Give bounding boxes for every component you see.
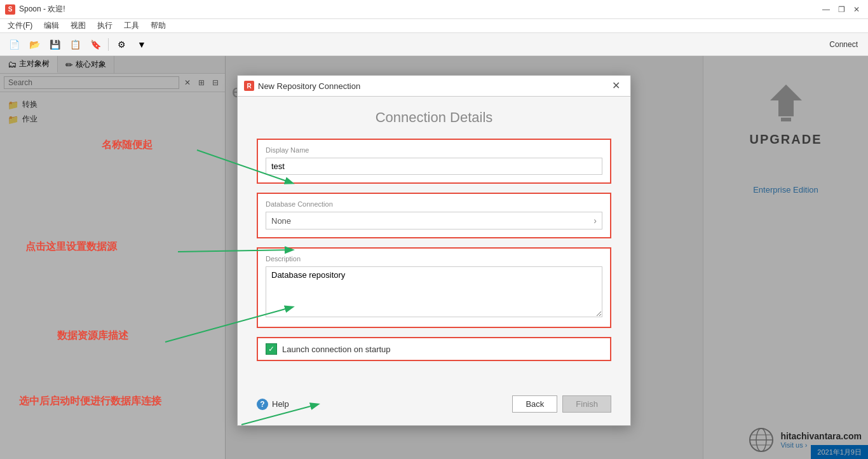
toolbar-new-file[interactable]: 📄 <box>5 36 23 53</box>
main-layout: 🗂 主对象树 ✏ 核心对象 ✕ ⊞ ⊟ 📁 转换 📁 作业 <box>0 56 868 459</box>
annotation-startup: 选中后启动时便进行数据库连接 <box>19 395 161 408</box>
display-name-input[interactable] <box>266 158 602 175</box>
launch-startup-checkbox-group[interactable]: ✓ Launch connection on startup <box>257 337 611 361</box>
modal-overlay: R New Repository Connection ✕ Connection… <box>0 56 868 459</box>
menu-bar: 文件(F) 编辑 视图 执行 工具 帮助 <box>0 19 868 33</box>
annotation-name: 名称随便起 <box>102 139 153 152</box>
restore-button[interactable]: ❐ <box>835 3 848 16</box>
annotation-desc: 数据资源库描述 <box>57 329 128 343</box>
modal-app-icon: R <box>244 81 254 91</box>
menu-edit[interactable]: 编辑 <box>39 19 64 32</box>
db-connection-value: None <box>271 216 291 226</box>
help-icon: ? <box>257 399 268 410</box>
modal-title-text: New Repository Connection <box>258 81 360 91</box>
modal-title-bar: R New Repository Connection ✕ <box>238 76 630 97</box>
annotation-datasource: 点击这里设置数据源 <box>25 240 117 254</box>
title-bar: S Spoon - 欢迎! — ❐ ✕ <box>0 0 868 19</box>
toolbar-save[interactable]: 💾 <box>46 36 64 53</box>
menu-view[interactable]: 视图 <box>65 19 91 32</box>
display-name-label: Display Name <box>266 146 602 154</box>
chevron-right-icon: › <box>593 216 597 226</box>
db-connection-field-group: Database Connection None › <box>257 193 611 238</box>
menu-help[interactable]: 帮助 <box>146 19 171 32</box>
toolbar: 📄 📂 💾 📋 🔖 ⚙ ▼ Connect <box>0 33 868 56</box>
toolbar-bookmark[interactable]: 🔖 <box>86 36 104 53</box>
toolbar-layers[interactable]: ⚙ <box>112 36 130 53</box>
back-button[interactable]: Back <box>512 395 557 413</box>
modal-title-left: R New Repository Connection <box>244 81 360 91</box>
db-connection-select[interactable]: None › <box>266 212 602 230</box>
app-icon: S <box>5 4 15 15</box>
window-controls: — ❐ ✕ <box>820 3 863 16</box>
launch-startup-checkbox[interactable]: ✓ <box>266 343 277 355</box>
menu-file[interactable]: 文件(F) <box>3 19 37 32</box>
display-name-field-group: Display Name <box>257 139 611 184</box>
help-label: Help <box>272 399 289 409</box>
toolbar-sep <box>108 38 109 51</box>
db-connection-label: Database Connection <box>266 200 602 208</box>
minimize-button[interactable]: — <box>820 3 832 16</box>
modal-footer: ? Help Back Finish <box>238 389 630 425</box>
modal-close-button[interactable]: ✕ <box>608 79 624 92</box>
modal-body: Connection Details Display Name Database… <box>238 97 630 389</box>
menu-execute[interactable]: 执行 <box>92 19 118 32</box>
close-button[interactable]: ✕ <box>850 3 863 16</box>
description-label: Description <box>266 255 602 263</box>
toolbar-open[interactable]: 📂 <box>25 36 43 53</box>
description-textarea[interactable]: Database repository <box>266 266 602 317</box>
toolbar-save2[interactable]: 📋 <box>66 36 84 53</box>
help-button[interactable]: ? Help <box>257 399 289 410</box>
footer-buttons: Back Finish <box>512 395 611 413</box>
menu-tools[interactable]: 工具 <box>119 19 144 32</box>
toolbar-dropdown[interactable]: ▼ <box>133 36 151 53</box>
connect-label: Connect <box>824 39 863 50</box>
description-field-group: Description Database repository <box>257 247 611 328</box>
window-title: Spoon - 欢迎! <box>19 4 65 15</box>
modal-dialog: R New Repository Connection ✕ Connection… <box>237 75 631 426</box>
launch-startup-label: Launch connection on startup <box>282 345 391 354</box>
modal-heading: Connection Details <box>257 109 611 126</box>
finish-button[interactable]: Finish <box>562 395 611 413</box>
